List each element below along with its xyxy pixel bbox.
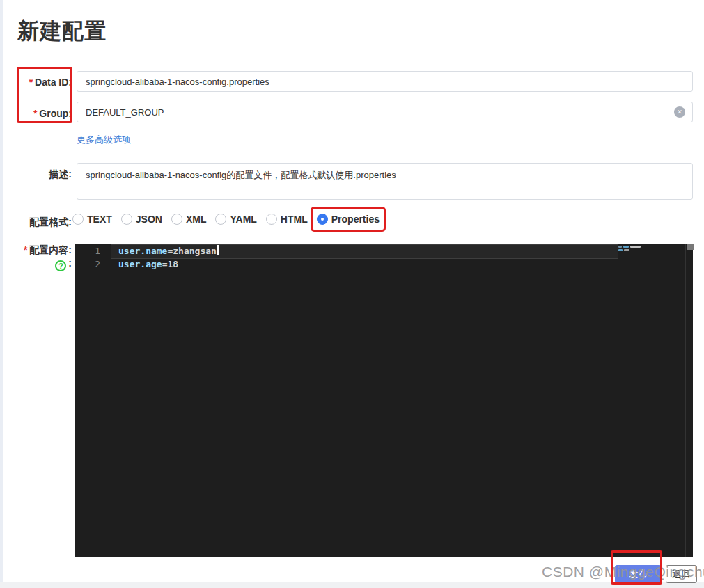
publish-button[interactable]: 发布 [615, 565, 662, 583]
new-config-page: 新建配置 *Data ID: *Group: ✕ 更多高级选项 描述: spri… [0, 0, 704, 588]
back-button[interactable]: 返回 [666, 565, 697, 583]
editor-scrollbar-thumb[interactable] [687, 244, 694, 250]
radio-label: TEXT [87, 214, 112, 225]
radio-format-yaml[interactable]: YAML [215, 214, 256, 225]
required-asterisk: * [33, 108, 37, 119]
data-id-label: *Data ID: [0, 77, 72, 88]
page-bottom-edge [0, 582, 704, 588]
line-number: 1 [75, 244, 100, 257]
radio-circle-icon[interactable] [171, 214, 182, 225]
radio-circle-icon[interactable] [121, 214, 132, 225]
content-help-row: ?: [0, 257, 72, 271]
config-content-editor[interactable]: 1user.name=zhangsan2user.age=18 [75, 244, 693, 557]
page-left-edge [0, 0, 3, 588]
radio-label: HTML [281, 214, 308, 225]
radio-label: Properties [331, 214, 380, 225]
format-label: 配置格式: [0, 216, 72, 229]
radio-format-json[interactable]: JSON [121, 214, 162, 225]
code-line[interactable]: 1user.name=zhangsan [75, 244, 618, 257]
code-text: user.name=zhangsan [118, 244, 219, 257]
radio-circle-icon[interactable] [317, 214, 328, 225]
radio-label: JSON [136, 214, 162, 225]
editor-scrollbar[interactable] [685, 244, 693, 557]
radio-circle-icon[interactable] [266, 214, 277, 225]
code-line[interactable]: 2user.age=18 [75, 257, 618, 271]
page-title: 新建配置 [17, 17, 107, 46]
radio-circle-icon[interactable] [215, 214, 226, 225]
radio-format-properties[interactable]: Properties [317, 214, 380, 225]
radio-circle-icon[interactable] [72, 214, 84, 225]
help-colon: : [68, 257, 72, 269]
content-label: *配置内容: [0, 244, 72, 257]
required-asterisk: * [24, 244, 27, 255]
format-radio-group: TEXTJSONXMLYAMLHTMLProperties [72, 214, 380, 225]
group-label: *Group: [0, 108, 72, 119]
radio-label: XML [186, 214, 207, 225]
line-number: 2 [75, 257, 100, 271]
editor-minimap[interactable] [618, 246, 686, 257]
editor-lines: 1user.name=zhangsan2user.age=18 [75, 244, 618, 271]
clear-group-icon[interactable]: ✕ [674, 106, 685, 118]
radio-format-text[interactable]: TEXT [72, 214, 112, 225]
text-cursor-icon [217, 245, 219, 255]
description-label: 描述: [0, 168, 72, 181]
advanced-options-link[interactable]: 更多高级选项 [77, 134, 131, 146]
radio-format-html[interactable]: HTML [266, 214, 308, 225]
required-asterisk: * [29, 77, 33, 88]
description-textarea[interactable]: springcloud-alibaba-1-nacos-config的配置文件，… [77, 163, 693, 200]
data-id-input[interactable] [77, 71, 693, 92]
group-input[interactable] [77, 102, 693, 122]
radio-label: YAML [230, 214, 256, 225]
help-question-icon[interactable]: ? [55, 260, 66, 271]
radio-format-xml[interactable]: XML [171, 214, 207, 225]
code-text: user.age=18 [118, 257, 178, 271]
